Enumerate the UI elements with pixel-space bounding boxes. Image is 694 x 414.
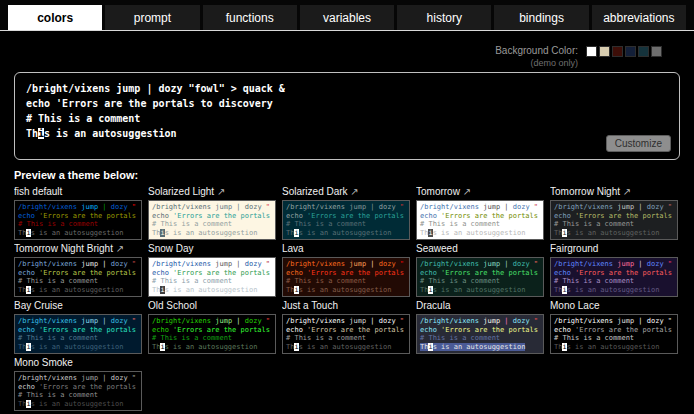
sample-autosuggestion-line: This is an autosuggestion <box>152 343 272 352</box>
sample-line: /bright/vixens jump | dozy " <box>554 260 674 269</box>
theme-preview-tomorrow[interactable]: /bright/vixens jump | dozy "echo 'Errors… <box>416 200 544 240</box>
syntax-token: /bright/vixens <box>554 260 613 268</box>
sample-line: # This is a comment <box>554 334 674 343</box>
text-cursor: i <box>160 286 164 294</box>
sample-line: # This is a comment <box>286 220 406 229</box>
theme-preview-solarized-light[interactable]: /bright/vixens jump | dozy "echo 'Errors… <box>148 200 276 240</box>
text-cursor: i <box>562 343 566 351</box>
theme-preview-tomorrow-night-bright[interactable]: /bright/vixens jump | dozy "echo 'Errors… <box>14 257 142 297</box>
autosuggestion-text: This is an autosuggestion <box>18 286 123 294</box>
theme-card-seaweed[interactable]: Seaweed/bright/vixens jump | dozy "echo … <box>416 243 544 297</box>
theme-card-just-a-touch[interactable]: Just a Touch/bright/vixens jump | dozy "… <box>282 300 410 354</box>
syntax-token: # This is a comment <box>152 220 232 228</box>
theme-card-tomorrow[interactable]: Tomorrow ↗/bright/vixens jump | dozy "ec… <box>416 186 544 240</box>
theme-card-dracula[interactable]: Dracula/bright/vixens jump | dozy "echo … <box>416 300 544 354</box>
sample-line: echo 'Errors are the portals <box>286 269 406 278</box>
syntax-token: dozy <box>513 317 530 325</box>
text-cursor: i <box>160 343 164 351</box>
theme-card-fish-default[interactable]: fish default/bright/vixens jump | dozy "… <box>14 186 142 240</box>
syntax-token: /bright/vixens <box>554 203 613 211</box>
theme-card-mono-lace[interactable]: Mono Lace/bright/vixens jump | dozy "ech… <box>550 300 678 354</box>
syntax-token: # This is a comment <box>554 277 634 285</box>
theme-preview-seaweed[interactable]: /bright/vixens jump | dozy "echo 'Errors… <box>416 257 544 297</box>
syntax-token: " <box>132 260 136 268</box>
theme-preview-mono-lace[interactable]: /bright/vixens jump | dozy "echo 'Errors… <box>550 314 678 354</box>
syntax-token: 'Errors are the portals <box>39 383 136 391</box>
theme-preview-fairground[interactable]: /bright/vixens jump | dozy "echo 'Errors… <box>550 257 678 297</box>
autosuggestion-text: This is an autosuggestion <box>420 229 525 237</box>
sample-line: /bright/vixens jump | dozy " <box>18 317 138 326</box>
syntax-token: jump <box>81 374 98 382</box>
syntax-token: echo <box>286 326 303 334</box>
preview-heading: Preview a theme below: <box>14 169 680 181</box>
text-cursor: i <box>562 229 566 237</box>
tab-prompt[interactable]: prompt <box>105 5 199 30</box>
sample-autosuggestion-line: This is an autosuggestion <box>152 286 272 295</box>
theme-preview-lava[interactable]: /bright/vixens jump | dozy "echo 'Errors… <box>282 257 410 297</box>
syntax-token: " <box>132 317 136 325</box>
theme-card-old-school[interactable]: Old School/bright/vixens jump | dozy "ec… <box>148 300 276 354</box>
syntax-token: # This is a comment <box>420 277 500 285</box>
theme-name: Just a Touch <box>282 300 410 312</box>
syntax-token: /bright/vixens <box>286 203 345 211</box>
syntax-token: jump <box>349 317 366 325</box>
syntax-token: " <box>400 203 404 211</box>
theme-card-tomorrow-night-bright[interactable]: Tomorrow Night Bright ↗/bright/vixens ju… <box>14 243 142 297</box>
background-color-swatch[interactable] <box>625 46 636 57</box>
syntax-token: echo <box>420 326 437 334</box>
theme-name: Fairground <box>550 243 678 255</box>
theme-card-solarized-dark[interactable]: Solarized Dark ↗/bright/vixens jump | do… <box>282 186 410 240</box>
text-cursor: i <box>26 343 30 351</box>
theme-preview-old-school[interactable]: /bright/vixens jump | dozy "echo 'Errors… <box>148 314 276 354</box>
syntax-token: echo <box>554 269 571 277</box>
tab-abbreviations[interactable]: abbreviations <box>592 5 686 30</box>
sample-autosuggestion-line: This is an autosuggestion <box>554 229 674 238</box>
theme-card-mono-smoke[interactable]: Mono Smoke/bright/vixens jump | dozy "ec… <box>14 357 142 411</box>
background-color-swatch[interactable] <box>599 46 610 57</box>
theme-preview-fish-default[interactable]: /bright/vixens jump | dozy "echo 'Errors… <box>14 200 142 240</box>
theme-name: Bay Cruise <box>14 300 142 312</box>
theme-card-lava[interactable]: Lava/bright/vixens jump | dozy "echo 'Er… <box>282 243 410 297</box>
text-cursor: i <box>294 343 298 351</box>
background-color-swatch[interactable] <box>638 46 649 57</box>
sample-line: /bright/vixens jump | dozy " <box>286 260 406 269</box>
tab-bindings[interactable]: bindings <box>494 5 588 30</box>
theme-preview-dracula[interactable]: /bright/vixens jump | dozy "echo 'Errors… <box>416 314 544 354</box>
terminal-line: # This is a comment <box>26 111 668 126</box>
sample-line: /bright/vixens jump | dozy " <box>18 374 138 383</box>
syntax-token: /bright/vixens <box>18 317 77 325</box>
theme-card-bay-cruise[interactable]: Bay Cruise/bright/vixens jump | dozy "ec… <box>14 300 142 354</box>
theme-name: Snow Day <box>148 243 276 255</box>
background-color-swatch[interactable] <box>651 46 662 57</box>
tab-variables[interactable]: variables <box>300 5 394 30</box>
background-color-swatch[interactable] <box>612 46 623 57</box>
syntax-token: jump <box>81 317 98 325</box>
sample-line: # This is a comment <box>420 277 540 286</box>
theme-card-fairground[interactable]: Fairground/bright/vixens jump | dozy "ec… <box>550 243 678 297</box>
theme-preview-bay-cruise[interactable]: /bright/vixens jump | dozy "echo 'Errors… <box>14 314 142 354</box>
theme-card-solarized-light[interactable]: Solarized Light ↗/bright/vixens jump | d… <box>148 186 276 240</box>
customize-button[interactable]: Customize <box>606 135 671 152</box>
tab-colors[interactable]: colors <box>8 5 102 30</box>
tab-history[interactable]: history <box>397 5 491 30</box>
syntax-token: /bright/vixens <box>420 317 479 325</box>
terminal-demo-text: /bright/vixens jump | dozy "fowl" > quac… <box>26 81 668 141</box>
syntax-token: echo <box>152 326 169 334</box>
theme-grid: fish default/bright/vixens jump | dozy "… <box>14 186 680 411</box>
theme-preview-snow-day[interactable]: /bright/vixens jump | dozy "echo 'Errors… <box>148 257 276 297</box>
sample-line: echo 'Errors are the portals <box>554 326 674 335</box>
theme-preview-mono-smoke[interactable]: /bright/vixens jump | dozy "echo 'Errors… <box>14 371 142 411</box>
autosuggestion-text: This is an autosuggestion <box>554 229 659 237</box>
theme-preview-tomorrow-night[interactable]: /bright/vixens jump | dozy "echo 'Errors… <box>550 200 678 240</box>
syntax-token: 'Errors are the portals <box>39 212 136 220</box>
syntax-token: dozy <box>647 317 664 325</box>
theme-preview-solarized-dark[interactable]: /bright/vixens jump | dozy "echo 'Errors… <box>282 200 410 240</box>
syntax-token: /bright/vixens <box>152 203 211 211</box>
background-color-swatch[interactable] <box>586 46 597 57</box>
theme-card-tomorrow-night[interactable]: Tomorrow Night ↗/bright/vixens jump | do… <box>550 186 678 240</box>
sample-line: # This is a comment <box>554 277 674 286</box>
theme-preview-just-a-touch[interactable]: /bright/vixens jump | dozy "echo 'Errors… <box>282 314 410 354</box>
theme-card-snow-day[interactable]: Snow Day/bright/vixens jump | dozy "echo… <box>148 243 276 297</box>
background-controls: Background Color: (demo only) <box>14 45 662 69</box>
tab-functions[interactable]: functions <box>203 5 297 30</box>
